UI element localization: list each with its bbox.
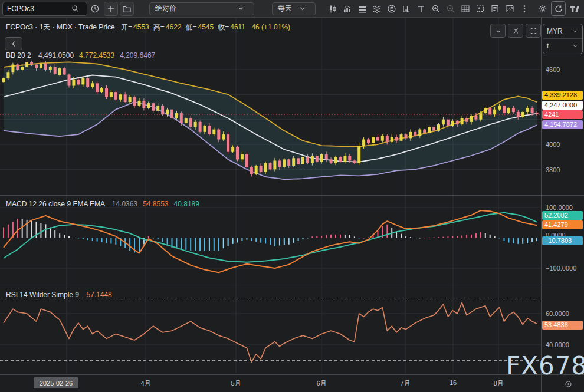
events-icon[interactable] xyxy=(384,1,399,17)
price-badge: 4241 xyxy=(542,110,583,119)
price-badge: 4,339.2128 xyxy=(542,91,583,100)
interval-label: 每天 xyxy=(278,4,292,14)
compare-add-icon[interactable] xyxy=(104,2,118,16)
chevron-down-icon xyxy=(234,1,248,17)
chevron-down-icon xyxy=(572,28,579,35)
price-tick: 3800 xyxy=(546,166,560,173)
price-tick: 100.0000 xyxy=(546,204,573,211)
undo-icon[interactable] xyxy=(551,1,566,16)
chevron-down-icon xyxy=(295,1,310,17)
chart-plot xyxy=(0,18,541,374)
clock-icon[interactable] xyxy=(87,1,102,17)
chart-type-icon[interactable] xyxy=(325,1,340,17)
collapse-icon xyxy=(508,23,523,38)
arrow-down-icon xyxy=(491,23,506,38)
chart-canvas[interactable]: FCPOc3 · 1天 · MDX · Trade Price 开=4553高=… xyxy=(0,18,541,374)
unit-dropdown[interactable]: t xyxy=(543,39,582,53)
price-tick: 40.0000 xyxy=(546,341,569,348)
currency-label: MYR xyxy=(547,27,563,35)
symbol-search[interactable]: FCPOc3 xyxy=(2,2,87,16)
chart-stats-icon[interactable] xyxy=(502,1,517,17)
top-toolbar: FCPOc3 绝对价 每天 xyxy=(0,0,584,18)
pane-separator xyxy=(542,195,584,196)
zoom-out-icon[interactable] xyxy=(443,1,458,17)
axis-divider xyxy=(541,375,542,392)
unit-label: t xyxy=(547,42,549,50)
chevron-down-icon xyxy=(572,42,579,50)
chevron-left-icon xyxy=(6,36,21,51)
interval-dropdown[interactable]: 每天 xyxy=(272,2,316,15)
maximize-icon xyxy=(526,23,541,38)
price-badge: 4,154.7872 xyxy=(542,120,583,129)
folder-icon[interactable] xyxy=(120,2,134,16)
time-tick: 7月 xyxy=(400,379,410,388)
price-badge: 41.4279 xyxy=(542,220,583,229)
back-button[interactable] xyxy=(5,37,22,50)
notes-icon[interactable] xyxy=(487,1,502,17)
pane-separator xyxy=(542,285,584,285)
sessions-icon xyxy=(561,376,576,391)
toolbar-tools xyxy=(325,1,531,17)
currency-unit-selector: MYR t xyxy=(543,24,583,54)
compare-icon[interactable] xyxy=(355,1,369,17)
trading-chart-app: FCPOc3 绝对价 每天 FCPOc3 · 1天 · MDX · Trade … xyxy=(0,0,584,392)
zoom-in-icon[interactable] xyxy=(428,1,443,17)
symbol-text: FCPOc3 xyxy=(7,5,34,13)
pane-buttons xyxy=(490,24,541,38)
forecast-icon[interactable] xyxy=(399,1,414,17)
price-tick: 4600 xyxy=(546,66,560,73)
search-icon xyxy=(68,1,83,17)
price-badge: 4,247.0000 xyxy=(542,101,583,110)
collapse-pane-button[interactable] xyxy=(508,24,523,38)
sessions-settings-button[interactable] xyxy=(562,378,574,390)
maximize-pane-button[interactable] xyxy=(526,24,541,38)
toolbar-right xyxy=(535,1,582,17)
settings-gear-icon[interactable] xyxy=(535,1,550,17)
price-tick: −100.0000 xyxy=(546,265,576,272)
price-tick: 4000 xyxy=(546,141,560,148)
price-mode-label: 绝对价 xyxy=(155,4,176,14)
price-badge: 53.4836 xyxy=(542,321,583,330)
more-options-icon[interactable] xyxy=(517,1,531,17)
time-tick: 16 xyxy=(450,379,457,386)
currency-dropdown[interactable]: MYR xyxy=(543,24,582,39)
time-tick: 5月 xyxy=(231,379,241,388)
price-badge: −10.7803 xyxy=(542,236,583,245)
price-mode-dropdown[interactable]: 绝对价 xyxy=(149,2,254,15)
snapshot-icon[interactable] xyxy=(473,1,487,17)
table-icon[interactable] xyxy=(458,1,473,17)
price-axis[interactable]: 460040003800100.00000.0000−100.000060.00… xyxy=(541,18,584,374)
indicators-icon[interactable] xyxy=(340,1,355,17)
price-badge: 52.2082 xyxy=(542,211,583,220)
cursor-date-badge: 2025-02-26 xyxy=(34,377,78,388)
time-tick: 4月 xyxy=(140,379,150,388)
time-tick: 8月 xyxy=(493,379,503,388)
time-axis[interactable]: 2025-02-26 4月5月6月7月168月 xyxy=(0,374,584,392)
time-tick: 6月 xyxy=(316,379,326,388)
patterns-icon[interactable] xyxy=(369,1,384,17)
tradingview-logo-icon xyxy=(567,1,582,17)
text-tool-icon[interactable] xyxy=(414,1,428,17)
price-tick: 60.0000 xyxy=(546,310,569,317)
scroll-to-recent-button[interactable] xyxy=(490,24,506,38)
